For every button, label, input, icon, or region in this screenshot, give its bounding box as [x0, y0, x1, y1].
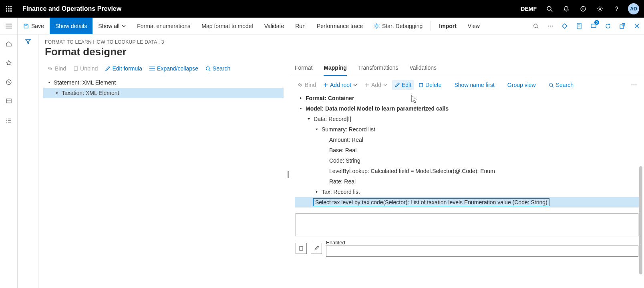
- enabled-input[interactable]: [326, 246, 638, 257]
- run-button[interactable]: Run: [290, 18, 311, 34]
- unbind-button[interactable]: Unbind: [71, 64, 100, 73]
- tree-row[interactable]: Rate: Real: [295, 176, 639, 187]
- message-center-button[interactable]: 0: [586, 18, 601, 34]
- expand-icon[interactable]: [54, 90, 60, 96]
- tree-row[interactable]: Code: String: [295, 155, 639, 166]
- tree-row[interactable]: Summary: Record list: [295, 124, 639, 135]
- details-textarea[interactable]: [296, 213, 638, 236]
- user-avatar[interactable]: AD: [628, 3, 639, 14]
- svg-point-29: [548, 25, 549, 26]
- tree-row[interactable]: Base: Real: [295, 145, 639, 155]
- nav-workspaces-button[interactable]: [0, 95, 18, 107]
- expand-icon[interactable]: [298, 95, 304, 101]
- attachments-button[interactable]: [557, 18, 572, 34]
- group-view-button[interactable]: Group view: [505, 80, 538, 90]
- close-button[interactable]: [630, 18, 644, 34]
- command-bar: Save Show details Show all Format enumer…: [0, 18, 644, 34]
- company-code[interactable]: DEMF: [517, 6, 541, 12]
- filter-button[interactable]: [25, 38, 31, 288]
- nav-favorites-button[interactable]: [0, 57, 18, 69]
- expand-collapse-button[interactable]: Expand/collapse: [147, 64, 201, 73]
- bind-button[interactable]: Bind: [45, 64, 68, 73]
- cmdbar-search-button[interactable]: [529, 18, 543, 34]
- tab-format[interactable]: Format: [295, 61, 312, 76]
- pane-splitter[interactable]: [287, 61, 290, 288]
- svg-line-28: [537, 27, 539, 28]
- tree-row[interactable]: Tax: Record list: [295, 187, 639, 197]
- map-format-button[interactable]: Map format to model: [196, 18, 258, 34]
- delete-label: Delete: [425, 82, 441, 88]
- collapse-icon[interactable]: [46, 80, 52, 85]
- global-search-button[interactable]: [541, 0, 557, 18]
- validate-label: Validate: [264, 23, 284, 29]
- format-enumerations-button[interactable]: Format enumerations: [131, 18, 196, 34]
- show-details-button[interactable]: Show details: [50, 18, 93, 34]
- add-root-button[interactable]: Add root: [321, 80, 360, 90]
- add-button[interactable]: Add: [362, 80, 390, 90]
- svg-point-9: [547, 6, 551, 10]
- message-badge: 0: [594, 20, 599, 25]
- popout-button[interactable]: [615, 18, 630, 34]
- nav-home-button[interactable]: [0, 38, 18, 50]
- mapping-pane: Format Mapping Transformations Validatio…: [290, 61, 644, 288]
- show-name-first-button[interactable]: Show name first: [452, 80, 497, 90]
- scrollbar-thumb[interactable]: [639, 166, 642, 274]
- tree-row[interactable]: Statement: XML Element: [43, 77, 284, 88]
- collapse-icon[interactable]: [314, 127, 320, 132]
- edit-formula-button[interactable]: Edit formula: [103, 64, 145, 73]
- tree-row[interactable]: Taxation: XML Element: [43, 88, 284, 98]
- show-name-label: Show name first: [454, 82, 494, 88]
- tree-row[interactable]: Model: Data model Model to learn paramet…: [295, 103, 639, 114]
- validate-button[interactable]: Validate: [259, 18, 290, 34]
- settings-button[interactable]: [592, 0, 608, 18]
- import-button[interactable]: Import: [433, 18, 462, 34]
- start-debugging-button[interactable]: Start Debugging: [368, 18, 428, 34]
- collapse-icon[interactable]: [298, 106, 304, 111]
- tab-mapping[interactable]: Mapping: [324, 61, 347, 76]
- search-icon: [533, 23, 539, 29]
- help-button[interactable]: [609, 0, 625, 18]
- svg-rect-8: [10, 10, 12, 12]
- performance-trace-button[interactable]: Performance trace: [311, 18, 368, 34]
- view-button[interactable]: View: [462, 18, 485, 34]
- feedback-button[interactable]: [575, 0, 591, 18]
- ds-bind-button[interactable]: Bind: [295, 80, 318, 90]
- show-all-button[interactable]: Show all: [93, 18, 131, 34]
- shell: FORMAT TO LEARN HOW TO LOOKUP LE DATA : …: [0, 34, 644, 288]
- refresh-button[interactable]: [601, 18, 615, 34]
- nav-modules-button[interactable]: [0, 115, 18, 127]
- nav-recent-button[interactable]: [0, 76, 18, 88]
- scrollbar[interactable]: [639, 166, 643, 286]
- import-label: Import: [439, 23, 457, 29]
- tree-row[interactable]: Format: Container: [295, 93, 639, 103]
- svg-rect-6: [6, 10, 7, 12]
- ds-search-button[interactable]: Search: [546, 80, 576, 90]
- cmdbar-overflow-button[interactable]: [543, 18, 557, 34]
- tree-row[interactable]: Amount: Real: [295, 135, 639, 145]
- tree-row[interactable]: Data: Record[!]: [295, 114, 639, 124]
- tab-validations[interactable]: Validations: [410, 61, 437, 76]
- save-button[interactable]: Save: [18, 18, 50, 34]
- svg-rect-66: [300, 247, 303, 250]
- notifications-button[interactable]: [558, 0, 574, 18]
- ds-search-label: Search: [556, 82, 574, 88]
- tree-row[interactable]: LevelByLookup: Calculated field = Model.…: [295, 166, 639, 176]
- enabled-edit-button[interactable]: [311, 243, 322, 254]
- waffle-icon: [6, 6, 12, 12]
- svg-rect-4: [8, 8, 10, 10]
- ds-overflow-button[interactable]: [629, 83, 639, 87]
- delete-button[interactable]: Delete: [416, 80, 444, 90]
- edit-button[interactable]: Edit: [392, 80, 414, 90]
- collapse-icon[interactable]: [306, 116, 312, 122]
- page-header: FORMAT TO LEARN HOW TO LOOKUP LE DATA : …: [38, 34, 644, 61]
- expand-icon[interactable]: [314, 189, 320, 195]
- grip-icon: [288, 171, 289, 178]
- format-search-button[interactable]: Search: [203, 64, 233, 73]
- filter-bar: [18, 34, 38, 288]
- tree-row[interactable]: Select tax level by tax code(Selector): …: [295, 197, 639, 207]
- nav-toggle-button[interactable]: [0, 18, 18, 34]
- office-button[interactable]: [572, 18, 586, 34]
- enabled-delete-button[interactable]: [296, 243, 307, 254]
- app-launcher-button[interactable]: [0, 0, 18, 18]
- tab-transformations[interactable]: Transformations: [358, 61, 398, 76]
